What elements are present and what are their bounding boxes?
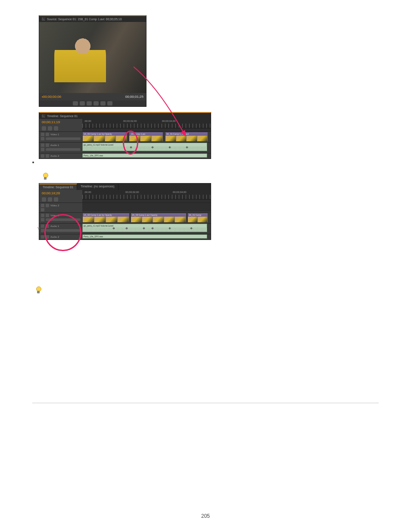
time-ruler[interactable]: ;00;00 00;00;02;00 00;00;04;00 — [82, 190, 211, 199]
next-frame-button[interactable] — [87, 101, 92, 106]
track-header-audio-2[interactable]: Audio 2 — [39, 153, 82, 159]
settings-icon[interactable] — [54, 197, 58, 202]
figure-2: Timeline: Sequence 01 Timeline: (no sequ… — [32, 183, 205, 258]
audio-clip-1[interactable]: gc_party_r1.mp3 Volume:Level — [82, 143, 207, 151]
track-row-video-2: Video 2 — [39, 202, 211, 212]
toggle-track-output-icon[interactable] — [41, 204, 44, 207]
lock-icon[interactable] — [46, 214, 49, 217]
track-body-audio-2[interactable]: Party_Life_SFX.wav — [82, 234, 211, 240]
snap-icon[interactable] — [42, 126, 46, 131]
keyframe-icon[interactable] — [41, 148, 44, 151]
lock-icon[interactable] — [46, 143, 49, 147]
clip-label: 2A_03 Comp 1.avi Opacity — [131, 213, 186, 217]
track-body-video-1[interactable]: 1A_02 Comp 1.avi ity:Opacity _01 Comp 1.… — [82, 132, 211, 142]
video-frame-content — [54, 31, 106, 93]
video-clip-1c[interactable]: 3A_01 Comp 1_001.avi — [165, 132, 208, 141]
mark-out-button[interactable] — [107, 101, 112, 106]
drag-handle-icon[interactable] — [42, 114, 45, 118]
mute-icon[interactable] — [41, 143, 44, 147]
settings-icon[interactable] — [54, 126, 58, 131]
audio-clip-2[interactable]: Party_Life_SFX.wav — [82, 153, 207, 158]
ruler-tick-2: 00;00;04;00 — [173, 191, 187, 193]
track-body-audio-2[interactable]: Party_Life_SFX.wav — [82, 153, 211, 159]
marker-icon[interactable] — [48, 126, 52, 131]
keyframe-icon[interactable] — [41, 218, 44, 221]
video-clip-2a[interactable]: 1A_02 Comp 1.avi ity Opacity — [82, 213, 130, 222]
tab-no-sequences[interactable]: Timeline: (no sequences) — [77, 184, 118, 190]
snap-icon[interactable] — [42, 197, 46, 202]
track-volume-slider[interactable] — [46, 148, 81, 151]
clip-label: gc_party_r1.mp3 Volume:Level — [83, 224, 207, 227]
video-clip-1b[interactable]: _01 Comp 1.avi — [129, 132, 163, 141]
lock-icon[interactable] — [46, 154, 49, 158]
out-point-timecode: 00;00;01;25 — [125, 95, 143, 99]
video-clip-2c[interactable]: 3A_01 Comp — [187, 213, 208, 222]
timeline-1-left-gutter: 00;00;11;19 — [39, 119, 82, 131]
track-header-video-1[interactable]: Video 1 — [39, 132, 82, 142]
timeline-1-body: 00;00;11;19 ;00;00 00;00;02;00 00;00;04;… — [39, 119, 211, 131]
track-label-v1: Video 1 — [50, 133, 59, 136]
track-body-audio-1[interactable]: gc_party_r1.mp3 Volume:Level — [82, 143, 211, 153]
track-body-video-1[interactable]: 1A_02 Comp 1.avi ity Opacity 2A_03 Comp … — [82, 213, 211, 223]
document-page: Source: Sequence 01: 15B_01 Comp 1.avi: … — [0, 0, 411, 532]
timeline-2-ruler-area[interactable]: ;00;00 00;00;02;00 00;00;04;00 — [82, 190, 211, 202]
clip-label: Party_Life_SFX.wav — [83, 235, 207, 238]
toggle-track-output-icon[interactable] — [41, 133, 44, 136]
mute-icon[interactable] — [41, 154, 44, 158]
ruler-ticks — [82, 124, 211, 128]
keyframe-icon[interactable] — [41, 137, 44, 140]
tab-label: Timeline: (no sequences) — [81, 185, 114, 188]
keyframe-icon[interactable] — [41, 208, 44, 212]
video-clip-1a[interactable]: 1A_02 Comp 1.avi ity:Opacity — [82, 132, 128, 141]
timecode-bar: • 00;00;00;06 00;00;01;25 — [39, 93, 146, 100]
audio-clip-1[interactable]: gc_party_r1.mp3 Volume:Level — [82, 224, 207, 232]
marker-icon[interactable] — [48, 197, 52, 202]
ruler-ticks — [82, 195, 211, 199]
audio-clip-2[interactable]: Party_Life_SFX.wav — [82, 234, 207, 239]
track-header-audio-2[interactable]: Audio 2 — [39, 234, 82, 240]
timeline-1-header[interactable]: Timeline: Sequence 01 — [39, 113, 211, 119]
lock-icon[interactable] — [46, 133, 49, 136]
play-button[interactable] — [80, 101, 85, 106]
toggle-track-output-icon[interactable] — [41, 214, 44, 217]
drag-handle-icon[interactable] — [42, 17, 45, 21]
lock-icon[interactable] — [46, 224, 49, 228]
playhead-timecode[interactable]: 00;00;11;19 — [39, 119, 82, 125]
lock-icon[interactable] — [46, 204, 49, 207]
prev-frame-button[interactable] — [73, 101, 78, 106]
in-point-timecode[interactable]: 00;00;00;06 — [43, 95, 61, 99]
track-header-audio-1[interactable]: Audio 1 — [39, 224, 82, 234]
track-row-video-1: Video 1 1A_02 Comp 1.avi ity:Opacity _01… — [39, 131, 211, 142]
loop-button[interactable] — [93, 101, 99, 106]
tab-sequence-01[interactable]: Timeline: Sequence 01 — [39, 184, 77, 190]
track-opacity-slider[interactable] — [46, 137, 81, 140]
track-row-video-1: Video 1 1A_02 Comp 1.avi ity Opacity 2A_… — [39, 212, 211, 223]
track-header-video-2[interactable]: Video 2 — [39, 203, 82, 212]
mute-icon[interactable] — [41, 224, 44, 228]
track-body-video-2[interactable] — [82, 203, 211, 212]
video-clip-2b[interactable]: 2A_03 Comp 1.avi Opacity — [131, 213, 187, 222]
tab-label: Timeline: Sequence 01 — [43, 186, 73, 189]
timeline-1-ruler-area[interactable]: ;00;00 00;00;02;00 00;00;04;00 — [82, 119, 211, 131]
track-header-audio-1[interactable]: Audio 1 — [39, 143, 82, 153]
video-preview[interactable] — [39, 22, 146, 93]
ruler-tick-0: ;00;00 — [84, 191, 91, 193]
page-number: 205 — [0, 513, 411, 519]
clip-label: 1A_02 Comp 1.avi ity:Opacity — [83, 132, 127, 136]
clip-label: Party_Life_SFX.wav — [83, 154, 207, 157]
track-label-a1: Audio 1 — [50, 144, 59, 146]
track-opacity-slider[interactable] — [46, 218, 81, 221]
mark-in-button[interactable] — [100, 101, 106, 106]
keyframe-icon[interactable] — [41, 229, 44, 232]
lightbulb-tip-icon — [42, 173, 49, 181]
playhead-timecode[interactable]: 00;00;18;28 — [39, 190, 82, 196]
lock-icon[interactable] — [46, 235, 49, 239]
mute-icon[interactable] — [41, 235, 44, 239]
timeline-tool-buttons — [39, 196, 82, 202]
track-body-audio-1[interactable]: gc_party_r1.mp3 Volume:Level — [82, 224, 211, 234]
track-header-video-1[interactable]: Video 1 — [39, 213, 82, 223]
track-volume-slider[interactable] — [46, 229, 81, 232]
time-ruler[interactable]: ;00;00 00;00;02;00 00;00;04;00 — [82, 119, 211, 128]
annotation-v-label: V — [37, 226, 40, 230]
source-panel-header[interactable]: Source: Sequence 01: 15B_01 Comp 1.avi: … — [39, 16, 146, 22]
